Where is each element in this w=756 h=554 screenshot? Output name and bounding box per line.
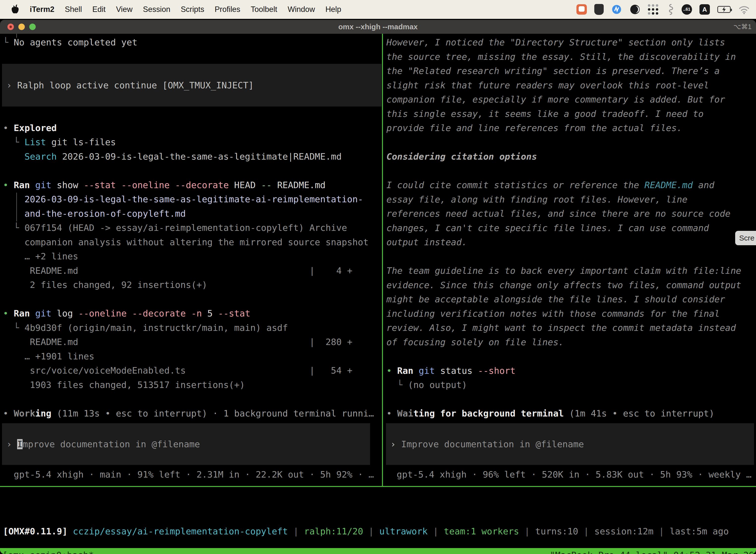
terminal-line: • Ran git status --short xyxy=(386,364,756,378)
terminal-line xyxy=(386,164,756,178)
model-status-line-right: gpt-5.4 xhigh · 96% left · 520K in · 5.8… xyxy=(386,467,756,482)
terminal-line: companion file, especially if more comme… xyxy=(386,92,756,107)
menu-item-toolbelt[interactable]: Toolbelt xyxy=(251,5,277,14)
terminal-line: However, I noticed the "Directory Struct… xyxy=(386,35,756,50)
menu-item-shell[interactable]: Shell xyxy=(65,5,82,14)
terminal-line: └ (no output) xyxy=(386,378,756,392)
terminal-line: Search 2026-03-09-is-legal-the-same-as-l… xyxy=(3,150,382,164)
omx-status-line: [OMX#0.11.9] cczip/essay/ai-reimplementa… xyxy=(3,521,753,542)
terminal-line: essay file, along with finding root file… xyxy=(386,192,756,207)
tmux-hostname-clock: "MacBook-Pro-44.local" 04:52 31-Mar-26 xyxy=(550,548,754,554)
menu-item-edit[interactable]: Edit xyxy=(92,5,106,14)
terminal-line: Considering citation options xyxy=(386,150,756,164)
terminal-line: companion analysis without altering the … xyxy=(3,235,382,250)
menu-item-scripts[interactable]: Scripts xyxy=(181,5,204,14)
terminal-line: • Explored xyxy=(3,121,382,135)
model-status-line-left: gpt-5.4 xhigh · main · 91% left · 2.31M … xyxy=(3,467,382,482)
terminal-line: … +1901 lines xyxy=(3,349,382,364)
menu-item-profiles[interactable]: Profiles xyxy=(214,5,240,14)
terminal-line: └ 4b9d30f (origin/main, instructkr/main,… xyxy=(3,321,382,335)
terminal-line: 2026-03-09-is-legal-the-same-as-legitima… xyxy=(3,192,382,207)
inject-caret: › xyxy=(6,80,17,90)
tree-connector xyxy=(16,192,17,221)
menu-item-help[interactable]: Help xyxy=(325,5,341,14)
terminal-line: └ No agents completed yet xyxy=(3,35,382,50)
window-shortcut-badge: ⌥⌘1 xyxy=(734,20,752,34)
terminal-line: └ 067f154 (HEAD -> essay/ai-reimplementa… xyxy=(3,221,382,235)
tmux-horizontal-border xyxy=(0,486,756,487)
terminal-line: the "Related research writing" section i… xyxy=(386,64,756,78)
terminal-line xyxy=(386,250,756,264)
menu-item-session[interactable]: Session xyxy=(143,5,170,14)
dark-crescent-icon[interactable] xyxy=(630,4,640,15)
window-title: omx --xhigh --madmax xyxy=(0,20,756,34)
shield-grid-icon[interactable] xyxy=(594,4,604,15)
tmux-pane-left[interactable]: └ No agents completed yet › Ralph loop a… xyxy=(0,34,382,486)
blue-badge-icon[interactable] xyxy=(611,4,622,15)
menu-item-view[interactable]: View xyxy=(116,5,133,14)
inject-text: Ralph loop active continue [OMX_TMUX_INJ… xyxy=(17,80,254,90)
menu-item-app[interactable]: iTerm2 xyxy=(30,5,54,14)
terminal-line: references need actual files, and since … xyxy=(386,207,756,221)
terminal-line: • Working (11m 13s • esc to interrupt) ·… xyxy=(3,406,382,421)
terminal-line: of focusing solely on file lines. xyxy=(386,335,756,349)
terminal-line xyxy=(3,164,382,178)
tmux-pane-right[interactable]: However, I noticed the "Directory Struct… xyxy=(383,34,756,486)
prompt-placeholder: Improve documentation in @filename xyxy=(401,439,584,449)
squiggle-icon[interactable] xyxy=(666,3,674,15)
terminal-line xyxy=(386,349,756,364)
menu-items: iTerm2 Shell Edit View Session Scripts P… xyxy=(30,5,341,14)
tree-connector xyxy=(16,34,17,38)
menu-item-window[interactable]: Window xyxy=(288,5,315,14)
terminal-line xyxy=(386,392,756,406)
terminal-line: this single essay, it seems like a good … xyxy=(386,107,756,121)
terminal-line: review. Also, I might want to inspect th… xyxy=(386,321,756,335)
agent-prompt-input-left[interactable]: › Improve documentation in @filename xyxy=(2,423,370,465)
macos-menu-bar: iTerm2 Shell Edit View Session Scripts P… xyxy=(0,0,756,19)
terminal-line: … +2 lines xyxy=(3,249,382,264)
prompt-placeholder: mprove documentation in @filename xyxy=(22,439,200,449)
screen-record-app-icon[interactable] xyxy=(576,4,587,15)
terminal-line: I could cite commit statistics or refere… xyxy=(386,178,756,192)
terminal-line: The team guideline is to back every impo… xyxy=(386,264,756,278)
tmux-inject-message-box: › Ralph loop active continue [OMX_TMUX_I… xyxy=(2,64,381,107)
terminal-line: the source tree, missing the essay. Stil… xyxy=(386,50,756,64)
tmux-status-bar[interactable]: [omx-cczip0:bash* "MacBook-Pro-44.local"… xyxy=(0,548,756,554)
terminal-line xyxy=(386,135,756,150)
right-pane-lines: However, I noticed the "Directory Struct… xyxy=(386,35,756,421)
prompt-caret: › xyxy=(390,439,401,449)
dots-grid-icon[interactable] xyxy=(648,4,658,15)
terminal-line: might be acceptable alongside the file l… xyxy=(386,292,756,307)
battery-percent-badge-icon[interactable]: ..61 xyxy=(682,4,692,15)
apple-menu-icon[interactable] xyxy=(10,4,20,15)
terminal-line: • Waiting for background terminal (1m 41… xyxy=(386,406,756,421)
window-title-bar[interactable]: omx --xhigh --madmax ⌥⌘1 xyxy=(0,20,756,34)
iterm2-window: omx --xhigh --madmax ⌥⌘1 └ No agents com… xyxy=(0,20,756,554)
terminal-line: 2 files changed, 92 insertions(+) xyxy=(3,278,382,292)
wifi-icon[interactable] xyxy=(738,4,750,14)
terminal-line: src/voice/voiceModeEnabled.ts | 54 + xyxy=(3,364,382,378)
screen-share-overlay-chip[interactable]: Scre xyxy=(735,231,756,245)
terminal-line: slight risk that future readers may over… xyxy=(386,78,756,93)
agent-prompt-input-right[interactable]: › Improve documentation in @filename xyxy=(386,423,754,465)
text-cursor: I xyxy=(17,439,22,449)
terminal-line: • Ran git show --stat --oneline --decora… xyxy=(3,178,382,192)
terminal-line: evidence. Since this change only affects… xyxy=(386,278,756,292)
battery-icon[interactable] xyxy=(717,6,731,13)
terminal-line: changes, I can't cite specific file line… xyxy=(386,221,756,235)
terminal-area: └ No agents completed yet › Ralph loop a… xyxy=(0,34,756,500)
left-pane-lines: • Explored └ List git ls-files Search 20… xyxy=(3,107,382,421)
tmux-session-window-label[interactable]: [omx-cczip0:bash* xyxy=(2,548,94,554)
terminal-line xyxy=(3,50,382,64)
input-source-icon[interactable]: A xyxy=(699,4,710,15)
terminal-line: 1903 files changed, 513517 insertions(+) xyxy=(3,378,382,392)
prompt-caret: › xyxy=(6,439,17,449)
terminal-line: and-the-erosion-of-copyleft.md xyxy=(3,207,382,221)
terminal-line: output instead. xyxy=(386,235,756,250)
terminal-line xyxy=(3,392,382,406)
terminal-line: └ List git ls-files xyxy=(3,135,382,150)
terminal-line xyxy=(3,107,382,121)
terminal-line: README.md | 280 + xyxy=(3,335,382,349)
terminal-line: README.md | 4 + xyxy=(3,264,382,278)
menu-bar-status-icons: ..61 A xyxy=(576,0,750,19)
